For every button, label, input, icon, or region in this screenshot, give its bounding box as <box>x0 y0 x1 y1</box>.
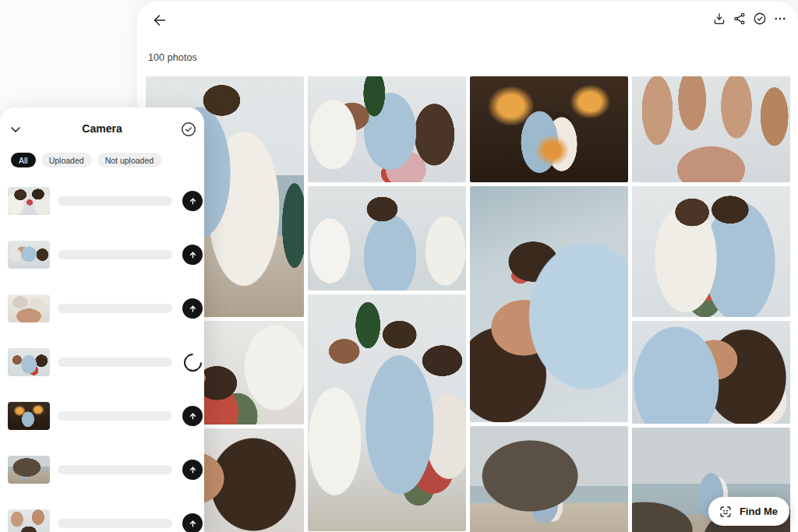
upload-arrow-icon <box>188 250 198 260</box>
photo-thumbnail[interactable] <box>8 241 50 269</box>
upload-filter-chips: All Uploaded Not uploaded <box>0 151 204 167</box>
filter-chip-uploaded[interactable]: Uploaded <box>41 153 92 167</box>
photo-grid-column-2 <box>308 76 466 532</box>
ellipsis-icon <box>773 12 787 26</box>
upload-list-item <box>0 187 204 215</box>
photo-count: 100 photos <box>148 52 197 63</box>
photo-tile[interactable] <box>470 426 628 532</box>
upload-arrow-icon <box>188 465 198 475</box>
photo-tile[interactable] <box>470 76 628 182</box>
select-done-button[interactable] <box>753 12 767 26</box>
photo-tile[interactable] <box>308 76 466 182</box>
photo-tile[interactable] <box>632 186 790 317</box>
filter-chip-all[interactable]: All <box>11 153 36 167</box>
gallery-panel: 100 photos <box>137 2 798 532</box>
upload-arrow-icon <box>188 411 198 421</box>
download-button[interactable] <box>712 12 726 26</box>
gallery-toolbar <box>712 12 787 26</box>
photo-thumbnail[interactable] <box>8 402 50 430</box>
face-scan-icon <box>719 505 733 519</box>
find-me-label: Find Me <box>740 506 778 517</box>
upload-button[interactable] <box>182 406 203 426</box>
photo-tile[interactable] <box>632 76 790 182</box>
upload-button[interactable] <box>182 460 203 480</box>
upload-list-item <box>0 456 204 484</box>
uploading-spinner-icon <box>180 350 206 375</box>
find-me-button[interactable]: Find Me <box>708 497 789 526</box>
photo-tile[interactable] <box>308 186 466 291</box>
upload-arrow-icon <box>188 196 198 206</box>
upload-progress-bar <box>58 250 172 259</box>
panel-select-done-button[interactable] <box>180 121 197 138</box>
check-circle-icon <box>180 121 197 138</box>
photo-grid <box>146 76 790 532</box>
upload-button[interactable] <box>182 245 203 265</box>
photo-tile[interactable] <box>470 186 628 422</box>
upload-list <box>0 187 204 532</box>
upload-list-item <box>0 509 204 532</box>
download-icon <box>712 12 726 26</box>
camera-panel-header: Camera <box>0 107 204 151</box>
upload-progress-bar <box>58 465 172 474</box>
camera-upload-panel: Camera All Uploaded Not uploaded <box>0 107 204 532</box>
share-icon <box>733 12 747 26</box>
back-arrow-icon <box>151 12 168 29</box>
upload-button[interactable] <box>182 191 203 211</box>
upload-progress-bar <box>58 358 172 367</box>
photo-tile[interactable] <box>632 321 790 424</box>
upload-button[interactable] <box>182 298 203 319</box>
upload-progress-bar <box>58 411 172 421</box>
upload-progress-bar <box>58 519 172 528</box>
photo-grid-column-4 <box>632 76 790 532</box>
upload-arrow-icon <box>188 304 198 314</box>
photo-thumbnail[interactable] <box>8 294 50 322</box>
upload-list-item <box>0 241 204 269</box>
app-screen: 100 photos <box>0 0 798 532</box>
photo-tile[interactable] <box>308 294 466 531</box>
share-button[interactable] <box>733 12 747 26</box>
upload-progress-bar <box>58 196 172 206</box>
camera-panel-title: Camera <box>0 122 204 135</box>
photo-thumbnail[interactable] <box>8 509 50 532</box>
upload-button[interactable] <box>182 513 203 532</box>
photo-grid-column-3 <box>470 76 628 532</box>
upload-list-item <box>0 402 204 430</box>
upload-list-item-uploading <box>0 348 204 376</box>
check-circle-icon <box>753 12 767 26</box>
more-options-button[interactable] <box>773 12 787 26</box>
upload-list-item <box>0 294 204 322</box>
photo-thumbnail[interactable] <box>8 187 50 215</box>
upload-progress-bar <box>58 304 172 313</box>
photo-thumbnail[interactable] <box>8 348 50 376</box>
upload-arrow-icon <box>188 519 198 529</box>
back-button[interactable] <box>151 12 168 29</box>
photo-thumbnail[interactable] <box>8 456 50 484</box>
filter-chip-not-uploaded[interactable]: Not uploaded <box>97 153 161 167</box>
